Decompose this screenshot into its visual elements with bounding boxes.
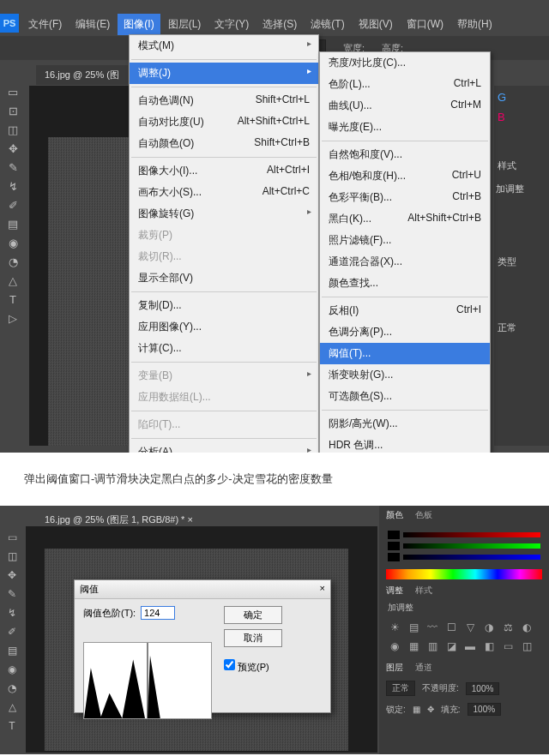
tool-icon-8[interactable]: ◉: [0, 233, 26, 252]
submenu-item[interactable]: 色相/饱和度(H)...Ctrl+U: [320, 165, 490, 187]
tool-icon-6[interactable]: ✐: [0, 195, 26, 214]
lock-pixels-icon[interactable]: ▦: [413, 705, 420, 714]
submenu-item[interactable]: 自然饱和度(V)...: [320, 144, 490, 165]
submenu-item[interactable]: 色彩平衡(B)...Ctrl+B: [320, 187, 490, 208]
levels-icon[interactable]: ▤: [407, 621, 420, 634]
menu-3[interactable]: 图层(L): [162, 14, 208, 35]
tool-icon-9[interactable]: △: [0, 698, 24, 717]
tool-icon-5[interactable]: ↯: [0, 177, 26, 195]
submenu-item[interactable]: 色调分离(P)...: [320, 321, 490, 343]
menu-item[interactable]: 显示全部(V): [130, 267, 318, 289]
tool-icon-6[interactable]: ▤: [0, 641, 24, 660]
bw-icon[interactable]: ◐: [520, 621, 534, 634]
tool-icon-1[interactable]: ◫: [0, 547, 24, 566]
submenu-item[interactable]: 渐变映射(G)...: [320, 364, 490, 386]
tab-swatch[interactable]: 色板: [415, 509, 432, 521]
lock-pos-icon[interactable]: ✥: [427, 705, 434, 714]
blend-mode-select-2[interactable]: 正常: [386, 681, 415, 696]
submenu-item[interactable]: 颜色查找...: [320, 273, 490, 294]
tab-layers[interactable]: 图层: [386, 662, 403, 674]
opacity-value[interactable]: 100%: [466, 682, 500, 695]
tool-icon-11[interactable]: T: [0, 290, 26, 309]
normal-label[interactable]: 正常: [494, 320, 549, 336]
tool-icon-7[interactable]: ▤: [0, 214, 26, 233]
tool-icon-1[interactable]: ⊡: [0, 101, 26, 120]
menu-9[interactable]: 帮助(H): [451, 14, 498, 35]
threshold-icon[interactable]: ◧: [482, 639, 496, 653]
type-label[interactable]: 类型: [494, 204, 549, 320]
selective-icon[interactable]: ◫: [520, 639, 534, 653]
tool-icon-0[interactable]: ▭: [0, 82, 26, 101]
fill-value[interactable]: 100%: [468, 703, 502, 716]
gradient-icon[interactable]: ▭: [501, 639, 515, 653]
lookup-icon[interactable]: ▥: [425, 639, 439, 653]
menu-item[interactable]: 分析(A): [130, 441, 318, 453]
submenu-item[interactable]: 照片滤镜(F)...: [320, 230, 490, 251]
hue-icon[interactable]: ◑: [482, 621, 496, 634]
menu-item[interactable]: 复制(D)...: [130, 295, 318, 316]
tool-icon-4[interactable]: ↯: [0, 603, 24, 622]
tab-adjust[interactable]: 调整: [386, 585, 403, 597]
cancel-button[interactable]: 取消: [224, 629, 282, 647]
menu-4[interactable]: 文字(Y): [208, 14, 255, 35]
submenu-item[interactable]: 可选颜色(S)...: [320, 386, 490, 407]
menu-item[interactable]: 图像大小(I)...Alt+Ctrl+I: [130, 160, 318, 182]
menu-1[interactable]: 编辑(E): [69, 14, 116, 35]
submenu-item[interactable]: 通道混合器(X)...: [320, 251, 490, 273]
menu-0[interactable]: 文件(F): [22, 14, 68, 35]
menu-item[interactable]: 画布大小(S)...Alt+Ctrl+C: [130, 182, 318, 203]
submenu-item[interactable]: 阈值(T)...: [320, 343, 490, 364]
menu-item[interactable]: 应用图像(Y)...: [130, 316, 318, 338]
menu-7[interactable]: 视图(V): [353, 14, 399, 35]
preview-checkbox[interactable]: 预览(P): [224, 659, 282, 674]
curves-icon[interactable]: 〰: [425, 621, 439, 634]
vibrance-icon[interactable]: ▽: [463, 621, 477, 634]
tab-style[interactable]: 样式: [415, 585, 432, 597]
tab-color[interactable]: 颜色: [386, 509, 403, 521]
submenu-item[interactable]: 阴影/高光(W)...: [320, 413, 490, 435]
menu-2[interactable]: 图像(I): [118, 14, 160, 35]
tool-icon-10[interactable]: T: [0, 717, 24, 735]
tab-channels[interactable]: 通道: [415, 662, 432, 674]
tool-icon-5[interactable]: ✐: [0, 622, 24, 641]
tool-icon-3[interactable]: ✥: [0, 139, 26, 158]
menu-item[interactable]: 计算(C)...: [130, 338, 318, 359]
menu-item[interactable]: 模式(M): [130, 35, 318, 57]
submenu-item[interactable]: 反相(I)Ctrl+I: [320, 300, 490, 321]
menu-item[interactable]: 自动对比度(U)Alt+Shift+Ctrl+L: [130, 111, 318, 133]
balance-icon[interactable]: ⚖: [501, 621, 515, 634]
histogram-graph[interactable]: [83, 642, 212, 719]
poster-icon[interactable]: ▬: [463, 639, 477, 653]
tool-icon-9[interactable]: ◔: [0, 252, 26, 271]
menu-item[interactable]: 调整(J): [130, 63, 318, 84]
tool-icon-2[interactable]: ✥: [0, 566, 24, 585]
menu-item[interactable]: 自动色调(N)Shift+Ctrl+L: [130, 90, 318, 111]
tool-icon-7[interactable]: ◉: [0, 660, 24, 679]
tool-icon-3[interactable]: ✎: [0, 585, 24, 603]
invert-icon[interactable]: ◪: [444, 639, 458, 653]
mixer-icon[interactable]: ▦: [407, 639, 420, 653]
tool-icon-12[interactable]: ▷: [0, 309, 26, 327]
filter-icon[interactable]: ◉: [388, 639, 401, 653]
exposure-icon[interactable]: ☐: [444, 621, 458, 634]
submenu-item[interactable]: 亮度/对比度(C)...: [320, 52, 490, 74]
threshold-input[interactable]: [141, 606, 175, 620]
submenu-item[interactable]: 色阶(L)...Ctrl+L: [320, 74, 490, 95]
dialog-titlebar[interactable]: 阈值 ×: [75, 580, 330, 599]
submenu-item[interactable]: HDR 色调...: [320, 435, 490, 453]
submenu-item[interactable]: 曲线(U)...Ctrl+M: [320, 95, 490, 117]
menu-5[interactable]: 选择(S): [256, 14, 303, 35]
menu-8[interactable]: 窗口(W): [401, 14, 449, 35]
tool-icon-0[interactable]: ▭: [0, 528, 24, 547]
document-tab[interactable]: 16.jpg @ 25% (图: [36, 65, 128, 85]
brightness-icon[interactable]: ☀: [388, 621, 401, 634]
menu-item[interactable]: 自动颜色(O)Shift+Ctrl+B: [130, 133, 318, 154]
ok-button[interactable]: 确定: [224, 606, 282, 624]
style-tab[interactable]: 样式: [494, 125, 549, 174]
tool-icon-10[interactable]: △: [0, 271, 26, 290]
tool-icon-2[interactable]: ◫: [0, 120, 26, 139]
submenu-item[interactable]: 曝光度(E)...: [320, 117, 490, 138]
tool-icon-4[interactable]: ✎: [0, 158, 26, 177]
color-spectrum[interactable]: [386, 569, 542, 579]
tool-icon-8[interactable]: ◔: [0, 679, 24, 698]
